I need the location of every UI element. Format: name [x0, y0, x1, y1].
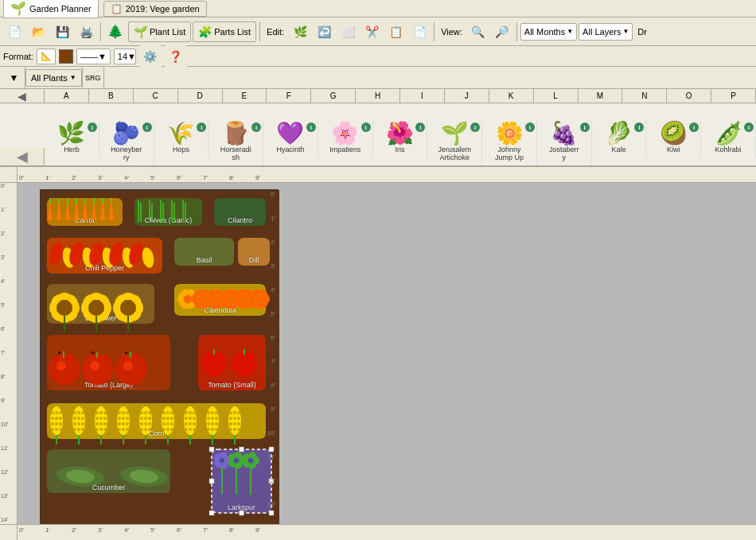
project-tab[interactable]: 📋 2019: Vege garden: [103, 1, 207, 17]
plant-info-btn-kiwi[interactable]: i: [689, 122, 699, 132]
ruler-bottom-container: 0'1'2'3'4'5'6'7'8'9': [0, 524, 756, 540]
plant-info-btn-iris[interactable]: i: [415, 122, 425, 132]
plant-name-impatiens: Impatiens: [329, 146, 360, 154]
copy-button[interactable]: 📋: [384, 21, 407, 43]
font-size-control[interactable]: 14 ▼: [114, 49, 136, 64]
layers-dropdown-label: All Layers: [583, 27, 621, 37]
print-button[interactable]: 🖨️: [75, 21, 97, 43]
ruler-top-tick-4: 4': [124, 174, 129, 181]
ruler-top-tick-5: 5': [150, 174, 155, 181]
plant-emoji-honeyberry: 🫐: [112, 122, 140, 145]
plant-item-johnny-jump-up[interactable]: i🌼Johnny Jump Up: [482, 121, 537, 165]
ruler-bottom-tick-0: 0': [19, 526, 24, 534]
plant-info-btn-hyacinth[interactable]: i: [306, 122, 316, 132]
plant-item-jerusalem-artichoke[interactable]: i🌱Jerusalem Artichoke: [427, 121, 482, 165]
save-button[interactable]: 💾: [51, 21, 73, 43]
months-dropdown[interactable]: All Months ▼: [520, 23, 577, 41]
plant-item-honeyberry[interactable]: i🫐Honeyberry: [99, 121, 154, 165]
back-nav-btn[interactable]: ◀: [18, 90, 26, 103]
ruler-bottom-tick-1: 1': [45, 526, 50, 534]
ruler-left-tick-3: 3': [1, 254, 5, 260]
redo-button[interactable]: ↩️: [313, 21, 335, 43]
layers-dropdown[interactable]: All Layers ▼: [579, 23, 633, 41]
open-button[interactable]: 📂: [27, 21, 49, 43]
ruler-top-tick-8: 8': [229, 174, 234, 181]
zoom-out-button[interactable]: 🔎: [491, 21, 513, 43]
plant-col-l: L: [534, 89, 579, 103]
help-button[interactable]: ❓: [165, 45, 187, 68]
plant-list-button[interactable]: 🌱 Plant List: [128, 21, 191, 42]
canvas-area[interactable]: [18, 183, 756, 524]
ruler-left-tick-0: 0': [1, 183, 5, 188]
plant-item-iris[interactable]: i🌺Iris: [373, 121, 428, 157]
plant-browser: ▼ All Plants ▼ SRG: [0, 67, 756, 89]
plant-item-herb[interactable]: i🌿Herb: [45, 121, 99, 157]
view-label: View:: [438, 27, 466, 37]
line-style-control[interactable]: —— ▼: [76, 49, 111, 64]
ruler-bottom-tick-3: 3': [98, 526, 103, 534]
paste-button[interactable]: 📄: [408, 21, 431, 43]
plant-emoji-jerusalem-artichoke: 🌱: [441, 122, 469, 145]
plant-item-hyacinth[interactable]: i💜Hyacinth: [263, 121, 318, 157]
plant-info-btn-honeyberry[interactable]: i: [142, 122, 152, 132]
plant-info-btn-johnny-jump-up[interactable]: i: [525, 122, 535, 132]
plant-col-j: J: [445, 89, 489, 103]
plant-row: ◀ i🌿Herbi🫐Honeyberryi🌾Hopsi🪵Horseradishi…: [0, 103, 756, 167]
project-tab-label: 2019: Vege garden: [126, 4, 200, 14]
plant-info-btn-herb[interactable]: i: [88, 122, 97, 132]
format-units-control[interactable]: 📐: [37, 49, 56, 64]
plant-item-hops[interactable]: i🌾Hops: [154, 121, 209, 157]
line-style-icon: ——: [80, 52, 98, 61]
plant-item-kiwi[interactable]: i🥝Kiwi: [646, 121, 701, 157]
ruler-bottom-tick-6: 6': [177, 526, 181, 534]
ruler-left-tick-5: 5': [1, 302, 5, 308]
plant-item-kale[interactable]: i🥬Kale: [592, 121, 647, 157]
plant-info-btn-horseradish[interactable]: i: [251, 122, 261, 132]
plant-info-btn-kohlrabi[interactable]: i: [744, 122, 754, 132]
settings-button[interactable]: ⚙️: [139, 45, 162, 68]
plant-name-iris: Iris: [395, 146, 404, 154]
ruler-bottom-tick-5: 5': [150, 526, 155, 534]
ruler-left-tick-6: 6': [1, 326, 5, 332]
plant-info-btn-kale[interactable]: i: [634, 122, 644, 132]
ruler-top: 0'1'2'3'4'5'6'7'8'9': [18, 167, 756, 183]
new-button[interactable]: 📄: [3, 21, 25, 43]
app-tab[interactable]: 🌱 Garden Planner: [3, 0, 99, 18]
plant-info-btn-jerusalem-artichoke[interactable]: i: [470, 122, 480, 132]
plant-col-n: N: [622, 89, 667, 103]
font-size-arrow-icon: ▼: [127, 52, 136, 61]
color-swatch[interactable]: [59, 49, 73, 64]
undo-button[interactable]: 🌿: [289, 21, 311, 43]
plant-item-jostaberry[interactable]: i🍇Jostaberry: [537, 121, 592, 165]
format-label: Format:: [3, 52, 33, 61]
months-dropdown-arrow-icon: ▼: [567, 28, 573, 35]
plant-item-horseradish[interactable]: i🪵Horseradish: [208, 121, 263, 165]
plant-info-btn-jostaberry[interactable]: i: [580, 122, 590, 132]
plant-name-hyacinth: Hyacinth: [276, 146, 304, 154]
ruler-bottom-tick-7: 7': [203, 526, 208, 534]
plant-name-jostaberry: Jostaberry: [548, 146, 581, 162]
prev-plant-btn[interactable]: ◀: [17, 148, 28, 165]
format-bar: Format: 📐 —— ▼ 14 ▼ ⚙️ ❓: [0, 46, 756, 67]
plant-info-btn-hops[interactable]: i: [197, 122, 206, 132]
edit-label: Edit:: [263, 27, 287, 37]
parts-list-button[interactable]: 🧩 Parts List: [193, 21, 256, 42]
title-bar: 🌱 Garden Planner 📋 2019: Vege garden: [0, 0, 756, 17]
cut-button[interactable]: ✂️: [360, 21, 383, 43]
plant-info-btn-impatiens[interactable]: i: [361, 122, 371, 132]
zoom-in-button[interactable]: 🔍: [467, 21, 489, 43]
select-rect-button[interactable]: ⬜: [337, 21, 359, 43]
plant-emoji-kiwi: 🥝: [660, 122, 688, 145]
ruler-bottom-tick-4: 4': [124, 526, 129, 534]
plant-filter-button[interactable]: All Plants ▼: [25, 69, 82, 87]
drag-label: Dr: [634, 27, 650, 37]
plant-item-kohlrabi[interactable]: i🫛Kohlrabi: [701, 121, 756, 157]
sep2: [259, 22, 260, 41]
plant-col-g: G: [311, 89, 356, 103]
plant-list-label: Plant List: [150, 27, 185, 37]
plant-name-honeyberry: Honeyberry: [110, 146, 143, 162]
plant-item-impatiens[interactable]: i🌸Impatiens: [318, 121, 373, 157]
select-button[interactable]: 🌲: [104, 21, 127, 43]
sep3: [434, 22, 435, 41]
sep4: [516, 22, 517, 41]
